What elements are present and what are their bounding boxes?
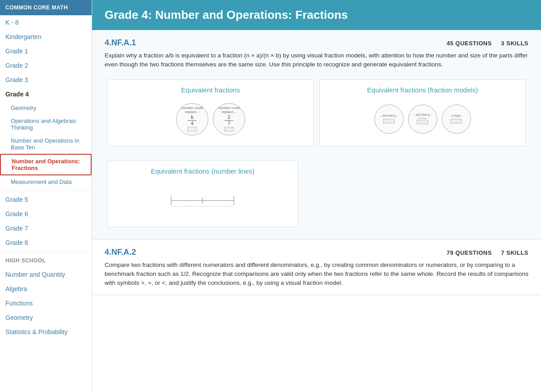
skill-card-number-lines[interactable]: Equivalent fractions (number lines)	[107, 161, 298, 227]
standard-header-2: 4.NF.A.2 79 QUESTIONS 7 SKILLS	[92, 240, 541, 261]
standard-meta-1: 45 QUESTIONS 3 SKILLS	[447, 40, 528, 47]
circle-m2: ...out how y...	[408, 105, 437, 134]
questions-count-1: 45	[447, 40, 453, 47]
standard-section-2: 4.NF.A.2 79 QUESTIONS 7 SKILLS Compare t…	[92, 240, 541, 296]
skill-card-fraction-models[interactable]: Equivalent fractions (fraction models) .…	[319, 79, 526, 146]
sidebar-item-functions[interactable]: Functions	[0, 296, 92, 310]
skills-grid-1: Equivalent fractions number could replac…	[92, 77, 541, 158]
sidebar-item-statistics[interactable]: Statistics & Probability	[0, 325, 92, 339]
sidebar-divider-hs	[0, 252, 92, 252]
sidebar-sub-measurement-data[interactable]: Measurement and Data	[0, 175, 92, 188]
skill-illustration-2: ...out how y... ...out how y... ...e equ…	[324, 99, 521, 139]
sidebar-section-highschool: HIGH SCHOOL	[0, 254, 92, 267]
sidebar-item-grade7[interactable]: Grade 7	[0, 221, 92, 235]
sidebar-item-hs-geometry[interactable]: Geometry	[0, 310, 92, 325]
skills-count-1: 3	[501, 40, 505, 47]
standard-desc-2: Compare two fractions with different num…	[92, 261, 541, 295]
skills-label-2: SKILLS	[506, 249, 528, 256]
questions-label-2: QUESTIONS	[455, 249, 492, 256]
page-title: Grade 4: Number and Operations: Fraction…	[105, 8, 528, 22]
sidebar-sub-number-base-ten[interactable]: Number and Operations in Base Ten	[0, 134, 92, 154]
skill-illustration-3	[112, 180, 293, 221]
questions-count-2: 79	[447, 249, 453, 256]
sidebar-sub-number-fractions[interactable]: Number and Operations: Fractions	[0, 154, 92, 175]
skill-title-2: Equivalent fractions (fraction models)	[324, 86, 521, 94]
sidebar-item-grade3[interactable]: Grade 3	[0, 73, 92, 87]
sidebar-item-grade5[interactable]: Grade 5	[0, 192, 92, 207]
circle-m1: ...out how y...	[374, 105, 404, 134]
sidebar-item-grade1[interactable]: Grade 1	[0, 44, 92, 58]
standard-code-1[interactable]: 4.NF.A.1	[105, 38, 136, 48]
sidebar-item-k8[interactable]: K - 8	[0, 15, 92, 30]
sidebar-item-number-quantity[interactable]: Number and Quantity	[0, 267, 92, 282]
skills-grid-1b: Equivalent fractions (number lines)	[92, 158, 541, 239]
questions-label-1: QUESTIONS	[455, 40, 492, 47]
sidebar-item-grade6[interactable]: Grade 6	[0, 207, 92, 221]
sidebar-divider	[0, 190, 92, 191]
standard-desc-1: Explain why a fraction a/b is equivalent…	[92, 51, 541, 77]
skills-label-1: SKILLS	[506, 40, 528, 47]
sidebar-sub-geometry[interactable]: Geometry	[0, 101, 92, 114]
sidebar-item-grade4[interactable]: Grade 4	[0, 87, 92, 101]
sidebar-item-grade8[interactable]: Grade 8	[0, 235, 92, 250]
skill-title-3: Equivalent fractions (number lines)	[112, 167, 293, 175]
number-line-svg	[167, 189, 238, 212]
sidebar-item-algebra[interactable]: Algebra	[0, 282, 92, 296]
circle-right: number could replace... 2 7	[213, 103, 245, 135]
sidebar-item-grade2[interactable]: Grade 2	[0, 58, 92, 73]
skill-title-1: Equivalent fractions	[112, 86, 309, 94]
circle-m3: ...e equi...	[442, 105, 471, 134]
sidebar-header: COMMON CORE MATH	[0, 0, 92, 15]
skill-card-equivalent-fractions[interactable]: Equivalent fractions number could replac…	[107, 79, 314, 146]
standard-section-1: 4.NF.A.1 45 QUESTIONS 3 SKILLS Explain w…	[92, 30, 541, 240]
sidebar-item-kindergarten[interactable]: Kindergarten	[0, 30, 92, 44]
standard-meta-2: 79 QUESTIONS 7 SKILLS	[447, 249, 528, 256]
standard-header-1: 4.NF.A.1 45 QUESTIONS 3 SKILLS	[92, 30, 541, 51]
sidebar-sub-operations-algebraic[interactable]: Operations and Algebraic Thinking	[0, 114, 92, 134]
circle-left: number could replace... b 4	[176, 103, 208, 135]
skills-count-2: 7	[501, 249, 505, 256]
main-content: Grade 4: Number and Operations: Fraction…	[92, 0, 541, 392]
main-header: Grade 4: Number and Operations: Fraction…	[92, 0, 541, 30]
standard-code-2[interactable]: 4.NF.A.2	[105, 248, 136, 257]
skill-illustration-1: number could replace... b 4 number could…	[112, 99, 309, 139]
sidebar: COMMON CORE MATH K - 8 Kindergarten Grad…	[0, 0, 92, 392]
